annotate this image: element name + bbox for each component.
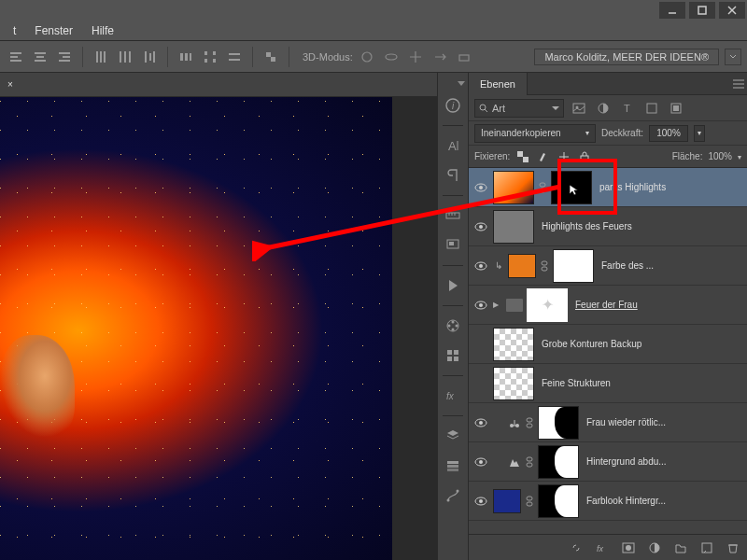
visibility-toggle[interactable] xyxy=(472,454,489,470)
adjust-footer-icon[interactable] xyxy=(646,539,663,556)
layer-name[interactable]: Highlights des Feuers xyxy=(538,221,743,231)
visibility-toggle[interactable] xyxy=(472,218,489,235)
layer-row[interactable]: Grobe Konturen Backup xyxy=(469,325,747,364)
nav-icon[interactable] xyxy=(441,233,465,258)
menu-truncated[interactable]: t xyxy=(4,24,25,37)
filter-adjust-icon[interactable] xyxy=(594,100,613,117)
info-icon[interactable]: i xyxy=(441,93,465,118)
maximize-button[interactable] xyxy=(689,2,715,19)
layer-name[interactable]: Grobe Konturen Backup xyxy=(538,339,743,349)
layer-name[interactable]: Hintergrund abdu... xyxy=(583,456,743,467)
layer-row[interactable]: Farblook Hintergr... xyxy=(469,482,747,521)
layer-row[interactable]: Feine Strukturen xyxy=(469,364,747,403)
layer-row[interactable]: Frau wieder rötlic... xyxy=(469,403,747,442)
autolayer-icon[interactable] xyxy=(261,47,281,67)
layer-name[interactable]: Farblook Hintergr... xyxy=(583,496,743,506)
layer-row[interactable]: Highlights des Feuers xyxy=(469,207,747,246)
layer-name[interactable]: Feuer der Frau xyxy=(571,300,743,310)
layer-mask-thumbnail[interactable] xyxy=(538,484,579,518)
opacity-value[interactable]: 100% xyxy=(649,125,688,142)
fill-value[interactable]: 100% xyxy=(708,151,732,161)
visibility-toggle[interactable] xyxy=(472,258,489,274)
filter-type-icon[interactable]: T xyxy=(618,100,637,117)
layer-name[interactable]: Frau wieder rötlic... xyxy=(583,417,743,427)
layer-row[interactable]: parks Highlights xyxy=(469,168,747,207)
layer-thumbnail[interactable] xyxy=(493,210,534,244)
3d-scale-icon[interactable] xyxy=(454,47,474,67)
close-button[interactable] xyxy=(719,2,745,19)
tab-close-icon[interactable]: × xyxy=(7,79,13,90)
layer-name[interactable]: Farbe des ... xyxy=(598,260,743,271)
layer-mask-thumbnail[interactable] xyxy=(553,249,594,283)
minimize-button[interactable] xyxy=(659,2,685,19)
dist6-icon[interactable] xyxy=(224,47,245,67)
blend-mode-select[interactable]: Ineinanderkopieren ▾ xyxy=(474,124,596,143)
visibility-toggle[interactable] xyxy=(472,493,489,510)
new-layer-icon[interactable] xyxy=(698,539,715,556)
menu-hilfe[interactable]: Hilfe xyxy=(82,24,123,37)
menu-fenster[interactable]: Fenster xyxy=(25,24,82,37)
fill-dropdown[interactable]: ▾ xyxy=(738,151,741,161)
layer-filter-select[interactable]: Art xyxy=(474,99,564,118)
paths-icon[interactable] xyxy=(441,483,465,508)
visibility-toggle[interactable] xyxy=(472,297,489,314)
lock-pixels-icon[interactable] xyxy=(536,149,551,164)
layer-row[interactable]: Hintergrund abdu... xyxy=(469,442,747,482)
mask-link-icon[interactable] xyxy=(525,415,534,430)
layer-thumbnail[interactable] xyxy=(508,254,536,278)
paragraph-icon[interactable] xyxy=(441,163,465,188)
dist5-icon[interactable] xyxy=(200,47,220,67)
link-icon[interactable] xyxy=(568,539,585,556)
mask-footer-icon[interactable] xyxy=(620,539,637,556)
fx-icon[interactable]: fx xyxy=(441,384,465,408)
lock-pos-icon[interactable] xyxy=(557,149,571,164)
channels-icon[interactable] xyxy=(441,454,465,478)
layer-row[interactable]: ↳Farbe des ... xyxy=(469,246,747,286)
type-icon[interactable]: A xyxy=(441,133,465,158)
opacity-dropdown[interactable]: ▾ xyxy=(694,125,705,142)
layer-mask-thumbnail[interactable] xyxy=(551,171,592,204)
visibility-toggle[interactable] xyxy=(472,179,489,196)
dist2-icon[interactable] xyxy=(115,47,135,67)
swatches-icon[interactable] xyxy=(441,314,465,338)
play-icon[interactable] xyxy=(441,273,465,298)
layers-icon[interactable] xyxy=(441,424,465,448)
panel-menu-icon[interactable] xyxy=(730,73,747,95)
visibility-toggle[interactable] xyxy=(472,414,489,431)
layer-thumbnail[interactable] xyxy=(493,489,521,513)
panel-grab-icon[interactable] xyxy=(441,78,465,88)
workspace-dropdown-icon[interactable] xyxy=(725,49,741,65)
mask-link-icon[interactable] xyxy=(538,180,547,195)
layer-row[interactable]: ▶✦Feuer der Frau xyxy=(469,286,747,325)
align2-icon[interactable] xyxy=(30,47,50,67)
expand-icon[interactable]: ▶ xyxy=(493,301,502,309)
document-tab[interactable]: × xyxy=(7,79,13,90)
canvas[interactable] xyxy=(0,97,437,560)
layer-name[interactable]: Feine Strukturen xyxy=(538,378,743,388)
layer-mask-thumbnail[interactable] xyxy=(538,406,579,440)
visibility-toggle[interactable] xyxy=(472,336,489,353)
3d-slide-icon[interactable] xyxy=(430,47,450,67)
layer-thumbnail[interactable] xyxy=(493,328,534,361)
visibility-toggle[interactable] xyxy=(472,375,489,392)
layer-name[interactable]: parks Highlights xyxy=(596,182,743,192)
filter-smart-icon[interactable] xyxy=(667,100,685,117)
3d-pan-icon[interactable] xyxy=(405,47,426,67)
lock-trans-icon[interactable] xyxy=(515,149,530,164)
trash-icon[interactable] xyxy=(725,539,741,556)
ruler-icon[interactable] xyxy=(441,203,465,228)
layer-mask-thumbnail[interactable] xyxy=(538,445,579,479)
dist3-icon[interactable] xyxy=(139,47,160,67)
workspace-selector[interactable]: Marco Kolditz, MEER DER IDEEN® xyxy=(534,49,719,65)
mask-link-icon[interactable] xyxy=(540,259,549,273)
mask-link-icon[interactable] xyxy=(525,455,534,469)
align3-icon[interactable] xyxy=(54,47,75,67)
fx-footer-icon[interactable]: fx xyxy=(594,539,611,556)
filter-image-icon[interactable] xyxy=(570,100,588,117)
panel-tab-layers[interactable]: Ebenen xyxy=(469,73,528,95)
grid-icon[interactable] xyxy=(441,343,465,368)
group-footer-icon[interactable] xyxy=(672,539,689,556)
align-icon[interactable] xyxy=(6,47,26,67)
layer-thumbnail[interactable] xyxy=(493,367,534,400)
filter-shape-icon[interactable] xyxy=(642,100,661,117)
